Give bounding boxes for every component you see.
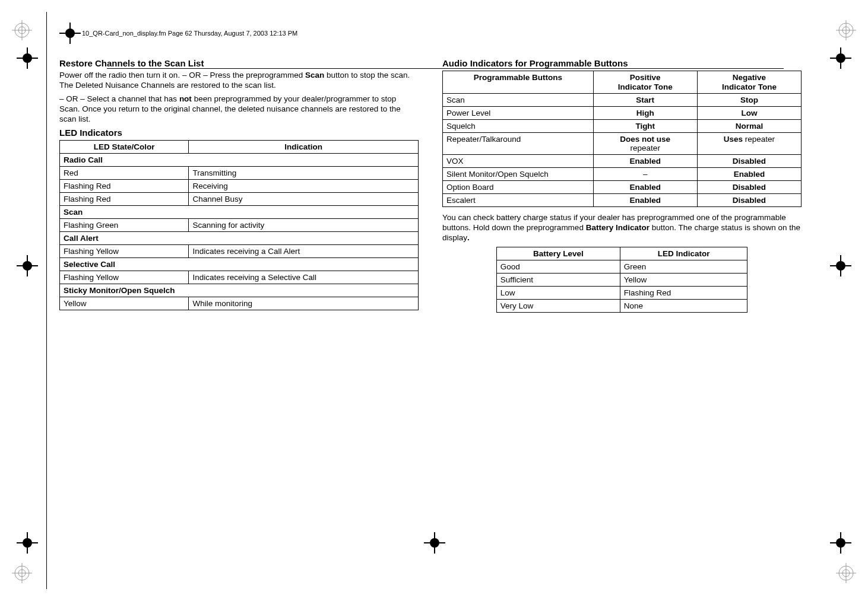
audio-indicators-table: Programmable Buttons PositiveIndicator T… (442, 71, 802, 207)
header-rule (107, 68, 784, 69)
cell-positive: High (593, 107, 697, 120)
heading-led-indicators: LED Indicators (59, 128, 419, 138)
table-row: Sticky Monitor/Open Squelch (60, 284, 419, 297)
page-header-meta: 10_QR-Card_non_display.fm Page 62 Thursd… (82, 30, 819, 37)
registration-mark-icon (836, 563, 856, 583)
table-row: Very LowNone (496, 299, 747, 312)
cell-state: Flashing Yellow (60, 271, 189, 284)
cell-negative: Low (697, 107, 801, 120)
cell-negative: Disabled (697, 194, 801, 207)
text: – OR – Select a channel that has (59, 94, 179, 103)
table-row: ScanStartStop (443, 94, 802, 107)
section-cell: Selective Call (60, 258, 419, 271)
cell-positive: Does not userepeater (593, 133, 697, 155)
cell-button: Escalert (443, 194, 594, 207)
crop-mark-icon (830, 255, 851, 276)
table-row: Flashing RedReceiving (60, 180, 419, 193)
cell-state: Red (60, 167, 189, 180)
th-indication: Indication (189, 141, 419, 154)
text: Power off the radio then turn it on. – O… (59, 71, 305, 80)
cell-negative: Stop (697, 94, 801, 107)
cell-state: Flashing Red (60, 193, 189, 206)
cell-indication: Scanning for activity (189, 219, 419, 232)
heading-audio-indicators: Audio Indicators for Programmable Button… (442, 58, 802, 68)
crop-mark-icon (17, 532, 38, 554)
text: Negative (733, 73, 766, 82)
cell-button: Scan (443, 94, 594, 107)
table-row: GoodGreen (496, 260, 747, 273)
th-positive-tone: PositiveIndicator Tone (593, 71, 697, 94)
cell-level: Good (496, 260, 620, 273)
crop-mark-icon (17, 47, 38, 69)
cell-level: Low (496, 286, 620, 299)
cell-indication: Channel Busy (189, 193, 419, 206)
th-negative-tone: NegativeIndicator Tone (697, 71, 801, 94)
table-row: RedTransmitting (60, 167, 419, 180)
section-cell: Scan (60, 206, 419, 219)
cell-button: Silent Monitor/Open Squelch (443, 168, 594, 181)
table-row: Radio Call (60, 154, 419, 167)
table-row: Repeater/TalkaroundDoes not userepeaterU… (443, 133, 802, 155)
text: Programmable Buttons (474, 73, 562, 82)
th-led-indicator: LED Indicator (620, 247, 747, 260)
cell-button: Power Level (443, 107, 594, 120)
section-cell: Call Alert (60, 232, 419, 245)
cell-positive: Enabled (593, 194, 697, 207)
table-row: LowFlashing Red (496, 286, 747, 299)
table-row: Call Alert (60, 232, 419, 245)
battery-level-table: Battery Level LED Indicator GoodGreenSuf… (496, 247, 748, 313)
table-row: VOXEnabledDisabled (443, 155, 802, 168)
registration-mark-icon (12, 563, 32, 583)
registration-mark-icon (12, 20, 32, 40)
cell-indication: Indicates receiving a Selective Call (189, 271, 419, 284)
cell-indication: Receiving (189, 180, 419, 193)
th-battery-level: Battery Level (496, 247, 620, 260)
page-content: 10_QR-Card_non_display.fm Page 62 Thursd… (47, 30, 819, 319)
crop-mark-icon (424, 532, 445, 554)
cell-negative: Disabled (697, 181, 801, 194)
table-row: Selective Call (60, 258, 419, 271)
text-bold: not (179, 94, 192, 103)
heading-restore-channels: Restore Channels to the Scan List (59, 58, 419, 68)
table-row: Option BoardEnabledDisabled (443, 181, 802, 194)
cell-level: Sufficient (496, 273, 620, 286)
cell-positive: Start (593, 94, 697, 107)
table-row: Silent Monitor/Open Squelch–Enabled (443, 168, 802, 181)
cell-button: Squelch (443, 120, 594, 133)
cell-button: VOX (443, 155, 594, 168)
table-row: SquelchTightNormal (443, 120, 802, 133)
cell-indication: Transmitting (189, 167, 419, 180)
text: Positive (630, 73, 661, 82)
table-row: Flashing YellowIndicates receiving a Cal… (60, 245, 419, 258)
cell-state: Flashing Red (60, 180, 189, 193)
cell-positive: Enabled (593, 181, 697, 194)
th-prog-buttons: Programmable Buttons (443, 71, 594, 94)
print-guide-vertical (46, 12, 47, 589)
cell-indication: Indicates receiving a Call Alert (189, 245, 419, 258)
text-bold: Scan (305, 71, 324, 80)
cell-state: Flashing Green (60, 219, 189, 232)
th-led-state: LED State/Color (60, 141, 189, 154)
registration-mark-icon (836, 20, 856, 40)
cell-level: Very Low (496, 299, 620, 312)
left-column: Restore Channels to the Scan List Power … (47, 55, 419, 319)
cell-negative: Disabled (697, 155, 801, 168)
cell-led: Yellow (620, 273, 747, 286)
crop-mark-icon (830, 47, 851, 69)
cell-indication: While monitoring (189, 297, 419, 310)
table-row: SufficientYellow (496, 273, 747, 286)
paragraph-restore-2: – OR – Select a channel that has not bee… (59, 94, 419, 125)
right-column: Audio Indicators for Programmable Button… (442, 55, 819, 319)
cell-led: None (620, 299, 747, 312)
led-indicators-table: LED State/Color Indication Radio CallRed… (59, 140, 419, 310)
cell-button: Repeater/Talkaround (443, 133, 594, 155)
cell-positive: Enabled (593, 155, 697, 168)
cell-led: Green (620, 260, 747, 273)
table-row: Power LevelHighLow (443, 107, 802, 120)
crop-mark-icon (830, 532, 851, 554)
text: Indicator Tone (722, 82, 777, 91)
cell-button: Option Board (443, 181, 594, 194)
cell-state: Yellow (60, 297, 189, 310)
paragraph-restore-1: Power off the radio then turn it on. – O… (59, 71, 419, 91)
table-row: YellowWhile monitoring (60, 297, 419, 310)
